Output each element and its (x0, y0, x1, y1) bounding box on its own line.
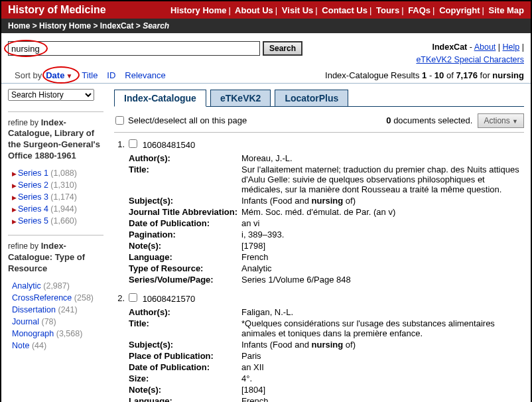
field-row: Journal Title Abbreviation:Mém. Soc. méd… (129, 206, 524, 218)
results-info: Index-Catalogue Results 1 - 10 of 7,176 … (325, 70, 524, 80)
series-link[interactable]: Series 5 (18, 216, 48, 226)
series-item[interactable]: ▶Series 1 (1,088) (8, 167, 103, 179)
divider (8, 235, 103, 235)
search-button[interactable]: Search (263, 41, 302, 56)
field-label: Pagination: (129, 230, 241, 239)
series-count: (1,944) (50, 204, 77, 214)
field-label: Journal Title Abbreviation: (129, 207, 241, 217)
field-value: French (241, 396, 524, 403)
types-list: Analytic (2,987)CrossReference (258)Diss… (8, 279, 103, 352)
special-chars-link[interactable]: eTKeVK2 Special Characters (416, 55, 524, 64)
crumb-history-home[interactable]: History Home (39, 21, 91, 31)
type-item[interactable]: Journal (78) (8, 316, 103, 328)
type-item[interactable]: Note (44) (8, 340, 103, 352)
record-id: 10608421570 (143, 294, 196, 304)
record-checkbox[interactable] (129, 293, 137, 302)
sort-date[interactable]: Date▼ (46, 70, 72, 80)
crumb-indexcat[interactable]: IndexCat (100, 21, 134, 31)
field-value: Series 1/Volume 6/Page 848 (241, 275, 524, 285)
records: 1. 10608481540Author(s):Moreau, J.-L.Tit… (114, 133, 524, 403)
field-value: 4°. (241, 373, 524, 383)
field-label: Language: (129, 252, 241, 262)
series-link[interactable]: Series 4 (18, 204, 48, 214)
series-count: (1,174) (50, 192, 77, 202)
field-row: Date of Publication:an XII (129, 362, 524, 373)
series-item[interactable]: ▶Series 3 (1,174) (8, 191, 103, 203)
field-label: Title: (129, 318, 241, 338)
nav-visit-us[interactable]: Visit Us (282, 5, 313, 15)
tab-locatorplus[interactable]: LocatorPlus (275, 90, 348, 107)
type-item[interactable]: Analytic (2,987) (8, 280, 103, 292)
series-item[interactable]: ▶Series 5 (1,660) (8, 215, 103, 227)
series-link[interactable]: Series 1 (18, 168, 48, 178)
type-link[interactable]: CrossReference (12, 293, 72, 302)
sort-relevance[interactable]: Relevance (125, 70, 165, 80)
docs-selected: 0 documents selected. (386, 115, 472, 125)
field-row: Size:4°. (129, 373, 524, 384)
series-link[interactable]: Series 2 (18, 180, 48, 190)
type-item[interactable]: Monograph (3,568) (8, 328, 103, 340)
search-input[interactable] (8, 41, 260, 56)
field-value: an vi (241, 218, 524, 228)
help-link[interactable]: Help (503, 42, 520, 52)
field-value: Mém. Soc. méd. d'émulat. de Par. (an v) (241, 207, 524, 217)
record-id-row: 10608421570 (129, 293, 524, 304)
record-body: 10608421570Author(s):Faligan, N.-L.Title… (129, 293, 524, 403)
type-link[interactable]: Dissertation (12, 305, 56, 314)
record-checkbox[interactable] (129, 139, 137, 148)
field-value: an XII (241, 362, 524, 372)
field-label: Language: (129, 396, 241, 403)
nav-history-home[interactable]: History Home (170, 5, 227, 15)
series-item[interactable]: ▶Series 2 (1,310) (8, 179, 103, 191)
nav-tours[interactable]: Tours (376, 5, 399, 15)
sort-title[interactable]: Title (82, 70, 98, 80)
field-label: Author(s): (129, 153, 241, 163)
topbar: History of Medicine History Home| About … (1, 1, 531, 19)
field-label: Place of Publication: (129, 351, 241, 361)
sidebar: Search History refine by Index-Catalogue… (1, 84, 107, 403)
field-label: Author(s): (129, 307, 241, 317)
search-history-select[interactable]: Search History (8, 89, 94, 101)
nav-contact-us[interactable]: Contact Us (322, 5, 367, 15)
nav-about-us[interactable]: About Us (235, 5, 273, 15)
record: 2. 10608421570Author(s):Faligan, N.-L.Ti… (114, 287, 524, 403)
nav-copyright[interactable]: Copyright (439, 5, 480, 15)
field-label: Size: (129, 373, 241, 383)
series-link[interactable]: Series 3 (18, 192, 48, 202)
type-count: (2,987) (43, 281, 70, 291)
field-value: Infants (Food and nursing of) (241, 196, 524, 206)
tab-etkevk2[interactable]: eTKeVK2 (210, 90, 271, 107)
sort-id[interactable]: ID (107, 70, 115, 80)
search-row: Search IndexCat - About | Help | eTKeVK2… (1, 33, 531, 69)
record-body: 10608481540Author(s):Moreau, J.-L.Title:… (129, 139, 524, 285)
type-link[interactable]: Analytic (12, 281, 41, 291)
record-id: 10608481540 (143, 140, 196, 150)
series-item[interactable]: ▶Series 4 (1,944) (8, 203, 103, 215)
field-label: Note(s): (129, 385, 241, 395)
type-link[interactable]: Journal (12, 317, 39, 326)
type-link[interactable]: Note (12, 341, 29, 350)
record-number: 1. (114, 139, 129, 285)
about-link[interactable]: About (474, 42, 496, 52)
nav-faqs[interactable]: FAQs (408, 5, 431, 15)
record: 1. 10608481540Author(s):Moreau, J.-L.Tit… (114, 133, 524, 287)
crumb-home[interactable]: Home (8, 21, 30, 31)
field-value: Sur l'allaitement maternel; traduction d… (241, 165, 524, 194)
field-row: Language:French (129, 251, 524, 263)
select-all-checkbox[interactable] (115, 116, 124, 125)
content: Search History refine by Index-Catalogue… (1, 84, 531, 403)
refine-series-title: refine by Index-Catalogue, Library of th… (8, 117, 103, 163)
divider (8, 111, 103, 112)
select-all-label: Select/deselect all on this page (128, 115, 247, 125)
field-row: Language:French (129, 395, 524, 403)
actions-button[interactable]: Actions ▼ (478, 113, 524, 128)
type-link[interactable]: Monograph (12, 329, 54, 338)
triangle-right-icon: ▶ (12, 206, 18, 213)
chevron-down-icon: ▼ (64, 72, 72, 80)
field-row: Title:Sur l'allaitement maternel; traduc… (129, 164, 524, 195)
type-item[interactable]: CrossReference (258) (8, 292, 103, 304)
series-count: (1,310) (50, 180, 77, 190)
nav-site-map[interactable]: Site Map (489, 5, 524, 15)
tab-index-catalogue[interactable]: Index-Catalogue (114, 90, 206, 107)
type-item[interactable]: Dissertation (241) (8, 304, 103, 316)
